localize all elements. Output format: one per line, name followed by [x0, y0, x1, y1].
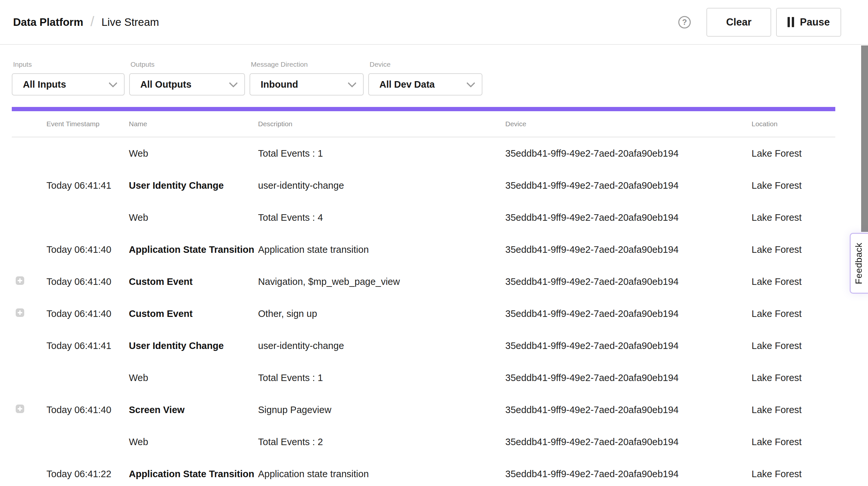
- expand-cell: [12, 244, 46, 255]
- event-name-cell: Screen View: [129, 404, 258, 415]
- expand-cell: [12, 436, 46, 447]
- event-description-cell: Total Events : 4: [258, 212, 505, 223]
- event-location-cell: Lake Forest: [751, 212, 835, 223]
- event-device-cell: 35eddb41-9ff9-49e2-7aed-20afa90eb194: [505, 276, 751, 287]
- filter-inputs: Inputs All Inputs: [12, 61, 125, 95]
- filter-message-direction: Message Direction Inbound: [250, 61, 364, 95]
- event-location-cell: Lake Forest: [751, 340, 835, 351]
- event-device-cell: 35eddb41-9ff9-49e2-7aed-20afa90eb194: [505, 180, 751, 191]
- table-row: Web Total Events : 1 35eddb41-9ff9-49e2-…: [12, 138, 835, 170]
- event-device-cell: 35eddb41-9ff9-49e2-7aed-20afa90eb194: [505, 372, 751, 383]
- expand-cell: [12, 404, 46, 415]
- expand-cell: [12, 372, 46, 383]
- event-timestamp-cell: Today 06:41:41: [46, 180, 129, 191]
- event-location-cell: Lake Forest: [751, 372, 835, 383]
- event-timestamp-cell: Today 06:41:41: [46, 340, 129, 351]
- expand-cell: [12, 180, 46, 191]
- event-location-cell: Lake Forest: [751, 244, 835, 255]
- column-header-location: Location: [751, 120, 835, 128]
- table-row: Today 06:41:41 User Identity Change user…: [12, 330, 835, 362]
- event-description-cell: Total Events : 2: [258, 436, 505, 447]
- inputs-select[interactable]: All Inputs: [12, 73, 125, 95]
- expand-cell: [12, 308, 46, 319]
- chevron-down-icon: [229, 79, 238, 87]
- event-device-cell: 35eddb41-9ff9-49e2-7aed-20afa90eb194: [505, 436, 751, 447]
- pause-button[interactable]: Pause: [776, 8, 841, 37]
- outputs-filter-label: Outputs: [130, 61, 245, 68]
- expand-button[interactable]: [16, 276, 24, 285]
- table-row: Today 06:41:41 User Identity Change user…: [12, 170, 835, 202]
- breadcrumb-separator: /: [91, 14, 95, 29]
- column-header-event-timestamp: Event Timestamp: [46, 120, 129, 128]
- column-header-description: Description: [258, 120, 505, 128]
- expand-cell: [12, 148, 46, 159]
- vertical-scrollbar-thumb[interactable]: [861, 45, 868, 232]
- event-name-cell: Web: [129, 436, 258, 447]
- table-header-row: Event Timestamp Name Description Device …: [12, 111, 835, 138]
- device-filter-label: Device: [370, 61, 483, 68]
- message-direction-select-value: Inbound: [261, 79, 349, 90]
- event-location-cell: Lake Forest: [751, 148, 835, 159]
- expand-cell: [12, 276, 46, 287]
- breadcrumb: Data Platform / Live Stream: [13, 14, 159, 30]
- breadcrumb-parent[interactable]: Data Platform: [13, 16, 84, 28]
- event-description-cell: user-identity-change: [258, 180, 505, 191]
- message-direction-select[interactable]: Inbound: [250, 73, 364, 95]
- event-name-cell: Web: [129, 212, 258, 223]
- outputs-select-value: All Outputs: [140, 79, 230, 90]
- table-row: Today 06:41:40 Screen View Signup Pagevi…: [12, 394, 835, 426]
- event-description-cell: Application state transition: [258, 244, 505, 255]
- event-name-cell: User Identity Change: [129, 340, 258, 351]
- help-icon[interactable]: ?: [678, 16, 691, 28]
- event-device-cell: 35eddb41-9ff9-49e2-7aed-20afa90eb194: [505, 308, 751, 319]
- event-device-cell: 35eddb41-9ff9-49e2-7aed-20afa90eb194: [505, 212, 751, 223]
- filter-device: Device All Dev Data: [368, 61, 483, 95]
- table-row: Today 06:41:40 Custom Event Other, sign …: [12, 298, 835, 330]
- event-name-cell: Web: [129, 148, 258, 159]
- event-name-cell: Web: [129, 372, 258, 383]
- feedback-tab[interactable]: Feedback: [850, 233, 868, 294]
- header-actions: ? Clear Pause: [678, 8, 841, 37]
- expand-cell: [12, 212, 46, 223]
- event-timestamp-cell: Today 06:41:40: [46, 308, 129, 319]
- event-timestamp-cell: Today 06:41:40: [46, 276, 129, 287]
- event-device-cell: 35eddb41-9ff9-49e2-7aed-20afa90eb194: [505, 469, 751, 480]
- expand-button[interactable]: [16, 404, 24, 413]
- event-name-cell: Custom Event: [129, 308, 258, 319]
- inputs-filter-label: Inputs: [13, 61, 125, 68]
- clear-button-label: Clear: [726, 17, 751, 28]
- table-row: Web Total Events : 1 35eddb41-9ff9-49e2-…: [12, 362, 835, 394]
- event-location-cell: Lake Forest: [751, 308, 835, 319]
- event-location-cell: Lake Forest: [751, 469, 835, 480]
- event-location-cell: Lake Forest: [751, 276, 835, 287]
- device-select[interactable]: All Dev Data: [368, 73, 483, 95]
- chevron-down-icon: [348, 79, 356, 87]
- message-direction-filter-label: Message Direction: [251, 61, 364, 68]
- inputs-select-value: All Inputs: [23, 79, 110, 90]
- expand-cell: [12, 469, 46, 480]
- events-table: Event Timestamp Name Description Device …: [12, 111, 835, 486]
- event-description-cell: Other, sign up: [258, 308, 505, 319]
- table-row: Today 06:41:22 Application State Transit…: [12, 458, 835, 486]
- outputs-select[interactable]: All Outputs: [129, 73, 245, 95]
- expand-button[interactable]: [16, 308, 24, 317]
- event-location-cell: Lake Forest: [751, 436, 835, 447]
- filter-outputs: Outputs All Outputs: [129, 61, 245, 95]
- event-location-cell: Lake Forest: [751, 180, 835, 191]
- pause-button-label: Pause: [800, 17, 830, 28]
- table-row: Today 06:41:40 Custom Event Navigation, …: [12, 266, 835, 298]
- table-row: Web Total Events : 4 35eddb41-9ff9-49e2-…: [12, 202, 835, 234]
- pause-icon: [787, 17, 794, 27]
- event-device-cell: 35eddb41-9ff9-49e2-7aed-20afa90eb194: [505, 404, 751, 415]
- clear-button[interactable]: Clear: [707, 8, 771, 37]
- feedback-tab-label: Feedback: [854, 243, 864, 284]
- column-header-device: Device: [505, 120, 751, 128]
- event-description-cell: Signup Pageview: [258, 404, 505, 415]
- event-device-cell: 35eddb41-9ff9-49e2-7aed-20afa90eb194: [505, 148, 751, 159]
- event-description-cell: Application state transition: [258, 469, 505, 480]
- live-stream-progress-bar: [12, 107, 835, 111]
- event-description-cell: Total Events : 1: [258, 148, 505, 159]
- event-name-cell: Application State Transition: [129, 469, 258, 480]
- event-description-cell: user-identity-change: [258, 340, 505, 351]
- event-description-cell: Navigation, $mp_web_page_view: [258, 276, 505, 287]
